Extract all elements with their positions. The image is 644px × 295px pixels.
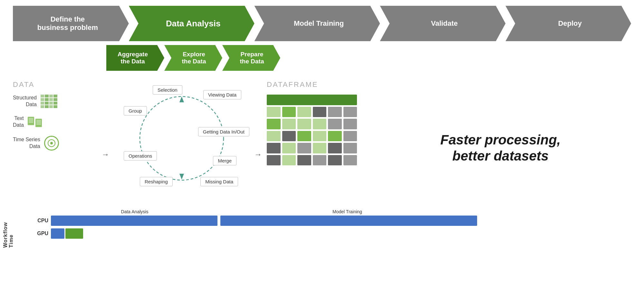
step-define: Define the business problem [13, 6, 129, 41]
sub-pipeline: Aggregate the Data Explore the Data Prep… [0, 41, 644, 71]
step-label: Data Analysis [166, 19, 221, 29]
faster-text: Faster processing, better datasets [440, 132, 561, 164]
df-cell [267, 143, 281, 153]
structured-data-item: StructuredData [13, 95, 97, 108]
data-section: DATA StructuredData TextData [13, 77, 97, 206]
gpu-model-training-bar [65, 228, 83, 239]
gpu-label: GPU [32, 231, 48, 236]
step-label: Validate [431, 19, 458, 28]
df-cell [328, 143, 342, 153]
step-model-training: Model Training [255, 6, 380, 41]
df-cell [297, 119, 311, 129]
cycle-label-viewing: Viewing Data [203, 90, 241, 99]
gpu-bar-container [51, 228, 83, 239]
structured-data-label: StructuredData [13, 95, 37, 107]
cycle-section: Selection Viewing Data Getting Data In/O… [114, 77, 249, 206]
df-cell [328, 155, 342, 166]
bottom-section: Workflow Time Data Analysis Model Traini… [0, 206, 644, 248]
df-cell [313, 131, 327, 142]
text-data-icon [28, 117, 42, 127]
dataframe-section: DATAFRAME [267, 77, 370, 206]
chart-header-data-analysis: Data Analysis [51, 209, 218, 214]
dataframe-label: DATAFRAME [267, 80, 370, 89]
timeseries-inner-icon [48, 139, 55, 147]
df-cell [313, 107, 327, 117]
cycle-label-merge: Merge [213, 156, 236, 165]
structured-data-icon [41, 95, 57, 108]
timeseries-icon [44, 136, 59, 151]
chart-area: Data Analysis Model Training CPU GPU [13, 209, 631, 239]
df-cell [343, 143, 357, 153]
df-cell [267, 155, 281, 166]
df-cell [343, 155, 357, 166]
data-to-cycle-arrow: → [97, 77, 114, 206]
df-cell [313, 143, 327, 153]
cycle-label-operations: Operations [124, 151, 157, 161]
step-label: Model Training [294, 19, 344, 28]
df-cell [282, 131, 296, 142]
df-cell [328, 107, 342, 117]
cycle-label-selection: Selection [153, 85, 182, 95]
step-data-analysis: Data Analysis [129, 6, 255, 41]
sub-step-prepare: Prepare the Data [222, 45, 280, 71]
text-data-item: TextData [13, 115, 97, 129]
sub-step-explore: Explore the Data [164, 45, 222, 71]
df-cell [267, 119, 281, 129]
df-cell [267, 95, 357, 105]
df-cell [297, 155, 311, 166]
df-cell [343, 107, 357, 117]
svg-point-0 [140, 97, 224, 180]
sub-step-label: Explore the Data [182, 51, 206, 65]
workflow-label: Workflow Time [3, 222, 14, 248]
bar-gap [218, 216, 219, 226]
data-label: DATA [13, 80, 97, 89]
step-label: Define the business problem [37, 15, 98, 32]
step-label: Deploy [558, 19, 582, 28]
df-cell [313, 119, 327, 129]
cycle-to-df-arrow: → [249, 77, 267, 206]
df-cell [313, 155, 327, 166]
df-cell [297, 107, 311, 117]
sub-step-label: Aggregate the Data [118, 51, 148, 65]
sub-step-aggregate: Aggregate the Data [106, 45, 164, 71]
df-cell [267, 107, 281, 117]
df-cell [328, 131, 342, 142]
timeseries-data-item: Time SeriesData [13, 136, 97, 151]
df-cell [282, 155, 296, 166]
chart-headers: Data Analysis Model Training [51, 209, 631, 214]
cycle-label-group: Group [124, 106, 147, 115]
faster-section: Faster processing, better datasets [370, 77, 631, 206]
chart-header-model-training: Model Training [218, 209, 476, 214]
df-cell [282, 119, 296, 129]
cycle-label-getting: Getting Data In/Out [198, 127, 249, 136]
chart-row-cpu: CPU [32, 216, 631, 226]
cpu-model-training-bar [220, 216, 477, 226]
df-cell [282, 107, 296, 117]
main-content: DATA StructuredData TextData [0, 71, 644, 206]
df-cell [297, 131, 311, 142]
text-data-label: TextData [13, 115, 24, 128]
step-deploy: Deploy [505, 6, 631, 41]
timeseries-data-label: Time SeriesData [13, 137, 40, 149]
sub-step-label: Prepare the Data [240, 51, 264, 65]
cpu-data-analysis-bar [51, 216, 217, 226]
df-cell [343, 119, 357, 129]
cycle-wrapper: Selection Viewing Data Getting Data In/O… [120, 84, 243, 193]
cycle-label-missing: Missing Data [200, 177, 238, 186]
cycle-svg [120, 84, 243, 193]
dataframe-grid [267, 95, 357, 165]
cpu-label: CPU [32, 218, 48, 224]
svg-marker-1 [179, 97, 184, 102]
df-cell [328, 119, 342, 129]
df-cell [282, 143, 296, 153]
df-cell [297, 143, 311, 153]
chart-row-gpu: GPU [32, 228, 631, 239]
svg-marker-2 [179, 174, 184, 180]
top-pipeline: Define the business problem Data Analysi… [0, 0, 644, 41]
step-validate: Validate [380, 6, 505, 41]
df-cell [267, 131, 281, 142]
df-cell [343, 131, 357, 142]
cycle-label-reshaping: Reshaping [140, 177, 173, 186]
cpu-bar-container [51, 216, 477, 226]
gpu-data-analysis-bar [51, 228, 64, 239]
